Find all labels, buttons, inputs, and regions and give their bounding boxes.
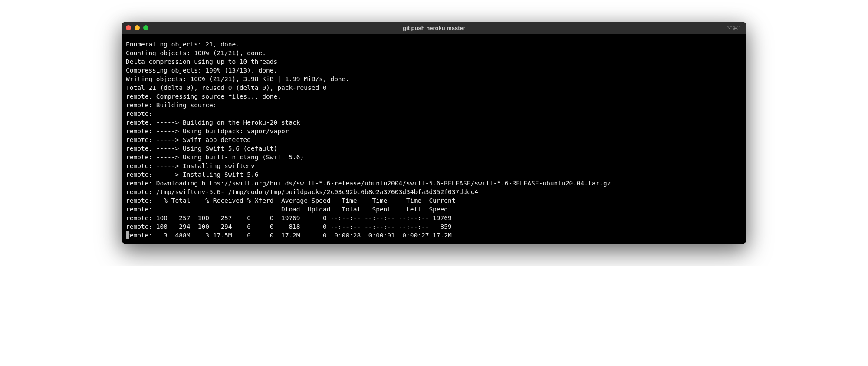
terminal-output-line: remote: -----> Building on the Heroku-20… bbox=[126, 118, 742, 127]
terminal-output-line: remote: 3 488M 3 17.5M 0 0 17.2M 0 0:00:… bbox=[126, 231, 452, 240]
terminal-output-line: Delta compression using up to 10 threads bbox=[126, 57, 742, 66]
maximize-button[interactable] bbox=[143, 25, 148, 30]
terminal-output-line: remote: % Total % Received % Xferd Avera… bbox=[126, 196, 742, 205]
terminal-output-line: remote: -----> Using Swift 5.6 (default) bbox=[126, 144, 742, 153]
window-title: git push heroku master bbox=[403, 25, 465, 31]
terminal-output-line: remote: /tmp/swiftenv-5.6- /tmp/codon/tm… bbox=[126, 188, 742, 196]
terminal-output-line: Total 21 (delta 0), reused 0 (delta 0), … bbox=[126, 83, 742, 92]
close-button[interactable] bbox=[126, 25, 131, 30]
terminal-output-line: remote: -----> Swift app detected bbox=[126, 135, 742, 144]
terminal-output-line: remote: Compressing source files... done… bbox=[126, 92, 742, 101]
terminal-output-line: Enumerating objects: 21, done. bbox=[126, 40, 742, 49]
terminal-output-line: Compressing objects: 100% (13/13), done. bbox=[126, 66, 742, 75]
terminal-output-line: remote: -----> Using built-in clang (Swi… bbox=[126, 153, 742, 162]
traffic-lights bbox=[126, 25, 148, 30]
minimize-button[interactable] bbox=[135, 25, 140, 30]
terminal-output-line: Counting objects: 100% (21/21), done. bbox=[126, 49, 742, 57]
terminal-output-line: remote: Building source: bbox=[126, 101, 742, 109]
terminal-cursor bbox=[126, 231, 129, 239]
terminal-output-line: Writing objects: 100% (21/21), 3.98 KiB … bbox=[126, 75, 742, 83]
terminal-output-line: remote: -----> Installing Swift 5.6 bbox=[126, 170, 742, 179]
terminal-window: git push heroku master ⌥⌘1 Enumerating o… bbox=[122, 22, 746, 244]
terminal-output-line: remote: -----> Using buildpack: vapor/va… bbox=[126, 127, 742, 135]
terminal-output-line: remote: 100 257 100 257 0 0 19769 0 --:-… bbox=[126, 214, 742, 222]
window-shortcut: ⌥⌘1 bbox=[726, 25, 741, 31]
terminal-output-line: remote: 100 294 100 294 0 0 818 0 --:--:… bbox=[126, 222, 742, 231]
terminal-output-line: remote: Dload Upload Total Spent Left Sp… bbox=[126, 205, 742, 214]
terminal-output-line: remote: bbox=[126, 109, 742, 118]
terminal-output-line: remote: Downloading https://swift.org/bu… bbox=[126, 179, 742, 188]
terminal-body[interactable]: Enumerating objects: 21, done.Counting o… bbox=[122, 34, 746, 244]
titlebar[interactable]: git push heroku master ⌥⌘1 bbox=[122, 22, 746, 34]
terminal-output-line: remote: -----> Installing swiftenv bbox=[126, 162, 742, 170]
